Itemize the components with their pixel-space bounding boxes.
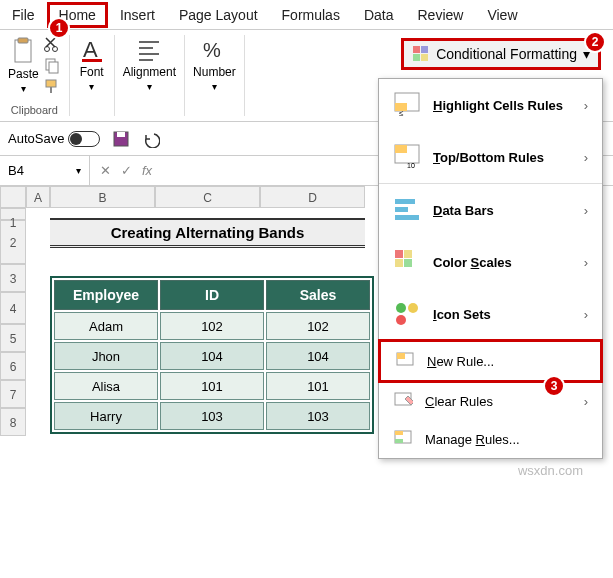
chevron-down-icon: ▾ — [21, 83, 26, 94]
copy-icon[interactable] — [43, 56, 61, 74]
undo-icon[interactable] — [142, 130, 160, 148]
paste-button[interactable]: Paste ▾ — [8, 37, 39, 94]
menu-file[interactable]: File — [0, 2, 47, 28]
dd-top-bottom-rules[interactable]: 10 Top/Bottom Rules › — [379, 131, 602, 183]
menu-review[interactable]: Review — [406, 2, 476, 28]
alignment-icon — [135, 35, 163, 63]
ribbon-group-font: A Font ▾ — [70, 35, 115, 116]
cell[interactable]: Jhon — [54, 342, 158, 370]
svg-text:≤: ≤ — [399, 109, 404, 118]
svg-rect-5 — [49, 62, 58, 73]
new-rule-icon — [395, 351, 415, 371]
col-header-d[interactable]: D — [260, 186, 365, 208]
svg-rect-17 — [413, 54, 420, 61]
dd-highlight-cells-rules[interactable]: ≤ Highlight Cells Rules › — [379, 79, 602, 131]
dd-label: New Rule... — [427, 354, 586, 369]
conditional-formatting-dropdown: ≤ Highlight Cells Rules › 10 Top/Bottom … — [378, 78, 603, 459]
menu-insert[interactable]: Insert — [108, 2, 167, 28]
col-header-b[interactable]: B — [50, 186, 155, 208]
dd-label: Data Bars — [433, 203, 572, 218]
dd-manage-rules[interactable]: Manage Rules... — [379, 420, 602, 458]
table-row: Harry103103 — [54, 402, 370, 430]
svg-rect-25 — [395, 145, 407, 153]
row-header-3[interactable]: 3 — [0, 264, 26, 292]
svg-point-34 — [396, 303, 406, 313]
cell[interactable]: 101 — [266, 372, 370, 400]
row-header-5[interactable]: 5 — [0, 324, 26, 352]
conditional-formatting-icon — [412, 45, 430, 63]
name-box[interactable]: B4 ▾ — [0, 156, 90, 185]
callout-badge-3: 3 — [543, 375, 565, 397]
dd-icon-sets[interactable]: Icon Sets › — [379, 288, 602, 340]
cancel-icon[interactable]: ✕ — [100, 163, 111, 178]
format-painter-icon[interactable] — [43, 77, 61, 95]
cell[interactable]: 102 — [266, 312, 370, 340]
header-id[interactable]: ID — [160, 280, 264, 310]
select-all-corner[interactable] — [0, 186, 26, 208]
menu-formulas[interactable]: Formulas — [270, 2, 352, 28]
menu-page-layout[interactable]: Page Layout — [167, 2, 270, 28]
svg-rect-31 — [404, 250, 412, 258]
dd-label: Top/Bottom Rules — [433, 150, 572, 165]
col-header-a[interactable]: A — [26, 186, 50, 208]
fx-icon[interactable]: fx — [142, 163, 152, 178]
font-label: Font — [80, 65, 104, 79]
cell[interactable]: Adam — [54, 312, 158, 340]
menu-data[interactable]: Data — [352, 2, 406, 28]
svg-rect-20 — [117, 132, 125, 137]
alignment-button[interactable]: Alignment ▾ — [123, 35, 176, 92]
chevron-right-icon: › — [584, 203, 588, 218]
svg-rect-1 — [18, 38, 28, 43]
dd-color-scales[interactable]: Color Scales › — [379, 236, 602, 288]
header-sales[interactable]: Sales — [266, 280, 370, 310]
callout-badge-2: 2 — [584, 31, 606, 53]
cell[interactable]: 104 — [266, 342, 370, 370]
autosave-toggle[interactable]: AutoSave — [8, 131, 100, 147]
svg-rect-9 — [82, 59, 102, 62]
svg-rect-18 — [421, 54, 428, 61]
cell[interactable]: 102 — [160, 312, 264, 340]
row-header-8[interactable]: 8 — [0, 408, 26, 436]
dd-new-rule[interactable]: New Rule... — [378, 339, 603, 383]
ribbon-group-clipboard: Paste ▾ Clipboard — [0, 35, 70, 116]
row-header-1[interactable]: 1 — [0, 208, 26, 220]
save-icon[interactable] — [112, 130, 130, 148]
cell[interactable]: 101 — [160, 372, 264, 400]
callout-badge-1: 1 — [48, 17, 70, 39]
toggle-switch-icon — [68, 131, 100, 147]
dd-clear-rules[interactable]: Clear Rules › — [379, 382, 602, 420]
font-button[interactable]: A Font ▾ — [78, 35, 106, 92]
row-header-7[interactable]: 7 — [0, 380, 26, 408]
header-employee[interactable]: Employee — [54, 280, 158, 310]
enter-icon[interactable]: ✓ — [121, 163, 132, 178]
row-header-6[interactable]: 6 — [0, 352, 26, 380]
svg-rect-27 — [395, 199, 415, 204]
chevron-right-icon: › — [584, 307, 588, 322]
ribbon-group-alignment: Alignment ▾ — [115, 35, 185, 116]
row-header-4[interactable]: 4 — [0, 292, 26, 324]
number-button[interactable]: % Number ▾ — [193, 35, 236, 92]
dd-data-bars[interactable]: Data Bars › — [379, 183, 602, 236]
cell[interactable]: Alisa — [54, 372, 158, 400]
clear-rules-icon — [393, 391, 413, 411]
conditional-formatting-button[interactable]: Conditional Formatting ▾ — [401, 38, 601, 70]
cell[interactable]: 104 — [160, 342, 264, 370]
svg-rect-7 — [50, 87, 52, 93]
cell[interactable]: 103 — [160, 402, 264, 430]
row-header-2[interactable]: 2 — [0, 220, 26, 264]
svg-text:%: % — [203, 39, 221, 61]
menu-view[interactable]: View — [475, 2, 529, 28]
cell[interactable]: 103 — [266, 402, 370, 430]
dd-label: Color Scales — [433, 255, 572, 270]
highlight-cells-icon: ≤ — [393, 91, 421, 119]
cell[interactable]: Harry — [54, 402, 158, 430]
chevron-right-icon: › — [584, 150, 588, 165]
clipboard-group-label: Clipboard — [11, 102, 58, 116]
row-headers: 1 2 3 4 5 6 7 8 — [0, 208, 26, 436]
ribbon-group-number: % Number ▾ — [185, 35, 245, 116]
dd-label: Highlight Cells Rules — [433, 98, 572, 113]
menu-bar: File Home Insert Page Layout Formulas Da… — [0, 0, 613, 30]
svg-rect-16 — [421, 46, 428, 53]
svg-point-2 — [44, 47, 49, 52]
col-header-c[interactable]: C — [155, 186, 260, 208]
